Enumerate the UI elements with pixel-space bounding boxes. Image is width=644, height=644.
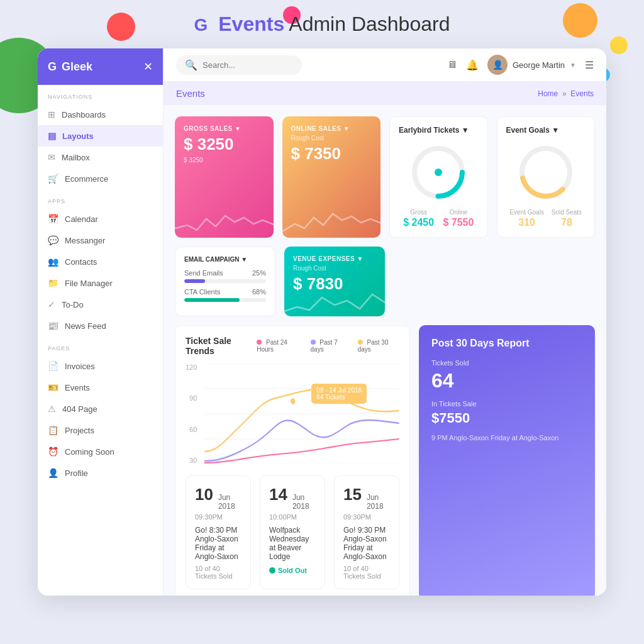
second-row: EMAIL CAMPAIGN ▼ Send Emails 25% CTA Cli… <box>175 247 595 316</box>
screen-icon[interactable]: 🖥 <box>447 59 457 70</box>
breadcrumb-bar: Events Home » Events <box>164 82 606 105</box>
newsfeed-icon: 📰 <box>48 321 58 331</box>
breadcrumb-home[interactable]: Home <box>538 89 558 98</box>
projects-icon: 📋 <box>48 425 58 435</box>
earlybird-stats: Gross $ 2450 Online $ 7550 <box>399 209 479 228</box>
sidebar-item-messanger[interactable]: 💬 Messanger <box>38 230 163 251</box>
gross-sales-card: GROSS SALES ▼ $ 3250 $ 3250 <box>175 116 274 238</box>
sidebar-item-layouts[interactable]: ▤ Layouts <box>38 125 163 147</box>
sidebar-item-contacts[interactable]: 👥 Contacts <box>38 251 163 272</box>
event-3-month: Jun 2018 <box>367 493 390 511</box>
avatar: 👤 <box>487 55 508 75</box>
dash-content: GROSS SALES ▼ $ 3250 $ 3250 ONLINE SALES… <box>164 105 606 596</box>
sidebar-item-mailbox[interactable]: ✉ Mailbox <box>38 147 163 168</box>
sidebar-item-profile[interactable]: 👤 Profile <box>38 462 163 484</box>
sidebar-item-todo[interactable]: ✓ To-Do <box>38 294 163 315</box>
event-3-date: 15 Jun 2018 <box>343 485 390 511</box>
header-title-suffix: Admin Dashboard <box>289 13 450 35</box>
header-title-events: Events <box>218 13 284 35</box>
send-emails-bar <box>184 279 205 283</box>
online-sales-sparkline <box>282 206 381 238</box>
layouts-icon: ▤ <box>48 131 56 141</box>
sidebar-item-projects[interactable]: 📋 Projects <box>38 419 163 441</box>
sidebar-label-projects: Projects <box>65 426 94 435</box>
sidebar-label-ecommerce: Ecommerce <box>65 174 108 184</box>
breadcrumb-title: Events <box>176 88 205 99</box>
event-goals-stats: Event Goals 310 Sold Seats 78 <box>506 209 586 228</box>
sidebar-brand-name: Gleek <box>62 60 92 74</box>
cta-clients-row: CTA Clients 68% <box>184 288 266 302</box>
sidebar-label-filemanager: File Manager <box>65 279 113 288</box>
earlybird-online: Online $ 7550 <box>443 209 474 228</box>
sidebar-section-pages: PAGES <box>38 336 163 355</box>
contacts-icon: 👥 <box>48 257 58 267</box>
sidebar-item-events[interactable]: 🎫 Events <box>38 377 163 398</box>
trends-svg <box>204 364 399 464</box>
online-sales-value: $ 7350 <box>291 144 372 164</box>
topbar-right: 🖥 🔔 👤 George Martin ▼ ☰ <box>447 55 594 75</box>
sidebar-label-404: 404 Page <box>62 404 97 414</box>
in-tickets-label: In Tickets Sale <box>431 400 582 408</box>
sidebar-label-newsfeed: News Feed <box>65 321 106 331</box>
dashboards-icon: ⊞ <box>48 109 55 119</box>
bell-icon[interactable]: 🔔 <box>466 59 479 71</box>
sidebar-item-comingsoon[interactable]: ⏰ Coming Soon <box>38 441 163 462</box>
y-label-120: 120 <box>186 364 197 371</box>
chart-tooltip: 08 - 14 Jul 2018 64 Tickets <box>311 384 367 404</box>
event-2-time: 10:00PM <box>269 513 316 521</box>
sidebar-item-calendar[interactable]: 📅 Calendar <box>38 208 163 230</box>
sidebar-item-invoices[interactable]: 📄 Invoices <box>38 355 163 377</box>
events-icon: 🎫 <box>48 382 58 392</box>
hamburger-icon[interactable]: ☰ <box>585 59 594 71</box>
breadcrumb: Home » Events <box>538 89 594 98</box>
cards-row: GROSS SALES ▼ $ 3250 $ 3250 ONLINE SALES… <box>175 116 595 238</box>
event-3-day: 15 <box>343 485 362 504</box>
search-icon: 🔍 <box>185 59 197 71</box>
sidebar-label-messanger: Messanger <box>65 236 105 245</box>
venue-expenses-sparkline <box>284 285 385 316</box>
trends-chart: 08 - 14 Jul 2018 64 Tickets <box>204 364 399 467</box>
chevron-down-icon: ▼ <box>570 62 576 69</box>
content-area: 🔍 🖥 🔔 👤 George Martin ▼ ☰ Events Home » <box>164 48 606 596</box>
search-box[interactable]: 🔍 <box>176 55 302 75</box>
filemanager-icon: 📁 <box>48 278 58 288</box>
send-emails-percent: 25% <box>252 269 266 277</box>
sold-out-dot <box>269 567 275 574</box>
venue-expenses-label: VENUE EXPENSES ▼ <box>293 255 376 262</box>
online-sales-label: ONLINE SALES ▼ <box>291 125 372 132</box>
gross-sales-sparkline <box>175 206 274 238</box>
event-goals-count: Event Goals 310 <box>509 209 543 228</box>
user-info[interactable]: 👤 George Martin ▼ <box>487 55 576 75</box>
event-goals-card: Event Goals ▼ Event Goals 310 <box>497 116 596 238</box>
search-input[interactable] <box>203 60 293 70</box>
sidebar-item-ecommerce[interactable]: 🛒 Ecommerce <box>38 168 163 189</box>
event-1-title: Go! 8:30 PM Anglo-Saxon Friday at Anglo-… <box>195 526 242 561</box>
sidebar-item-404[interactable]: ⚠ 404 Page <box>38 398 163 419</box>
sidebar-label-calendar: Calendar <box>65 214 98 224</box>
cta-clients-percent: 68% <box>252 288 266 296</box>
sidebar-item-dashboards[interactable]: ⊞ Dashboards <box>38 104 163 125</box>
y-label-30: 30 <box>189 457 197 464</box>
event-2-date: 14 Jun 2018 <box>269 485 316 511</box>
sidebar-logo: G <box>48 60 57 74</box>
sidebar-item-filemanager[interactable]: 📁 File Manager <box>38 272 163 294</box>
sidebar-brand: G Gleek <box>48 60 92 74</box>
y-label-60: 60 <box>189 426 197 433</box>
sidebar-label-profile: Profile <box>65 469 88 478</box>
sidebar-section-apps: APPS <box>38 189 163 208</box>
event-card-1: 10 Jun 2018 09:30PM Go! 8:30 PM Anglo-Sa… <box>186 475 251 589</box>
event-goals-donut-chart <box>514 141 577 204</box>
legend-dot-30d <box>358 340 363 345</box>
sidebar-item-newsfeed[interactable]: 📰 News Feed <box>38 315 163 336</box>
event-1-time: 09:30PM <box>195 513 242 521</box>
online-sales-card: ONLINE SALES ▼ Rough Cost $ 7350 <box>282 116 381 238</box>
tooltip-point <box>291 398 296 404</box>
event-card-3: 15 Jun 2018 09:30PM Go! 9:30 PM Anglo-Sa… <box>334 475 399 589</box>
sidebar-section-nav: NAVIGATIONS <box>38 85 163 104</box>
mailbox-icon: ✉ <box>48 152 55 162</box>
svg-point-2 <box>435 169 442 176</box>
sidebar-close-button[interactable]: ✕ <box>143 60 153 74</box>
event-1-date: 10 Jun 2018 <box>195 485 242 511</box>
y-axis: 120 90 60 30 <box>186 364 199 464</box>
venue-expenses-sublabel: Rough Cost <box>293 265 376 272</box>
